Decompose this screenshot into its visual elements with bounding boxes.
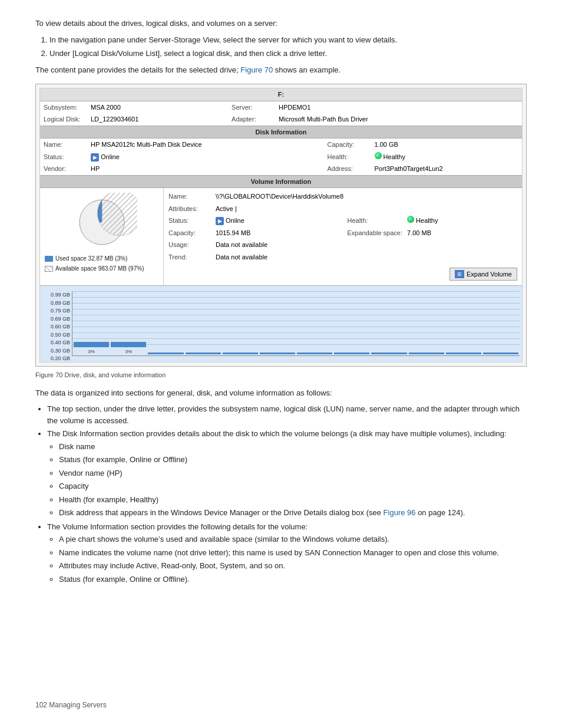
bullet-disk-info: The Disk Information section provides de… — [47, 428, 527, 519]
bar-column — [148, 301, 183, 355]
main-bullets: The top section, under the drive letter,… — [47, 403, 527, 585]
disk-health-label: Health: — [324, 151, 371, 163]
disk-info-table: Name: HP MSA2012fc Multi-Path Disk Devic… — [40, 139, 522, 175]
drive-header: F: — [40, 88, 522, 101]
subsystem-value: MSA 2000 — [87, 101, 228, 114]
y-axis-label: 0.99 GB — [51, 291, 70, 299]
disk-capacity-label: Capacity: — [324, 139, 371, 151]
bar-column — [409, 301, 444, 355]
vol-trend-label: Trend: — [166, 251, 213, 263]
vol-sub-item: Attributes may include Active, Read-only… — [59, 560, 527, 572]
volume-info-section: Used space 32.87 MB (3%) Available space… — [40, 188, 522, 285]
legend-avail-text: Available space 983.07 MB (97%) — [55, 264, 144, 273]
step-2: Under [Logical Disk/Volume List], select… — [49, 48, 527, 60]
disk-sub-item-link: Disk address that appears in the Windows… — [59, 507, 527, 519]
vol-name-value: \\?\GLOBALROOT\Device\HarddiskVolume8 — [213, 190, 520, 203]
disk-sub-list: Disk nameStatus (for example, Online or … — [59, 441, 527, 519]
disk-sub-item: Capacity — [59, 480, 527, 492]
bar — [446, 353, 481, 354]
bar-label: 3% — [88, 348, 95, 355]
vol-sub-item: A pie chart shows the volume’s used and … — [59, 533, 527, 545]
disk-sub-item: Status (for example, Online or Offline) — [59, 454, 527, 466]
bar-column: 3% — [111, 301, 146, 355]
bar — [111, 342, 146, 347]
bar — [371, 353, 406, 354]
disk-address-label: Address: — [324, 163, 371, 175]
y-axis-label: 0.89 GB — [51, 299, 70, 308]
vol-health-value: Healthy — [405, 215, 520, 227]
vol-expandable-value: 7.00 MB — [405, 227, 520, 239]
logical-disk-label: Logical Disk: — [40, 113, 87, 126]
figure-caption: Figure 70 Drive, disk, and volume inform… — [35, 370, 527, 380]
bar — [260, 353, 295, 354]
server-label: Server: — [228, 101, 275, 114]
disk-sub-item: Vendor name (HP) — [59, 467, 527, 479]
legend-used-box — [45, 256, 53, 262]
bar — [74, 342, 109, 347]
disk-name-value: HP MSA2012fc Multi-Path Disk Device — [87, 139, 324, 151]
vol-health-icon — [407, 216, 414, 223]
figure-caption-label: Figure 70 — [35, 371, 62, 378]
vol-health-label: Health: — [341, 215, 405, 227]
pie-chart — [67, 193, 137, 252]
disk-name-label: Name: — [40, 139, 87, 151]
figure-inner: F: Subsystem: MSA 2000 Server: HPDEMO1 L… — [39, 88, 523, 363]
pie-legend: Used space 32.87 MB (3%) Available space… — [45, 254, 158, 274]
bar-column — [297, 301, 332, 355]
figure70-link[interactable]: Figure 70 — [240, 65, 273, 74]
vol-status-icon: ▶ — [216, 217, 224, 225]
vol-expandable-label: Expandable space: — [341, 227, 405, 239]
expand-volume-button[interactable]: ⊞ Expand Volume — [449, 268, 517, 281]
vol-capacity-label: Capacity: — [166, 227, 213, 239]
subsystem-label: Subsystem: — [40, 101, 87, 114]
server-value: HPDEMO1 — [275, 101, 522, 114]
vol-sub-item: Status (for example, Online or Offline). — [59, 574, 527, 585]
bullet-top-section: The top section, under the drive letter,… — [47, 403, 527, 426]
vol-sub-list: A pie chart shows the volume’s used and … — [59, 533, 527, 585]
expand-icon: ⊞ — [455, 270, 464, 278]
bar-column — [186, 301, 221, 355]
volume-fields-table: Name: \\?\GLOBALROOT\Device\HarddiskVolu… — [166, 190, 520, 283]
bar — [297, 353, 332, 354]
legend-avail-box — [45, 266, 53, 272]
y-axis-label: 0.79 GB — [51, 307, 70, 315]
bar — [223, 353, 258, 354]
disk-status-value: ▶ Online — [87, 151, 324, 163]
vol-name-label: Name: — [166, 190, 213, 203]
bar-column — [334, 301, 369, 355]
expand-volume-label: Expand Volume — [467, 271, 512, 278]
chart-inner: 0.99 GB0.89 GB0.79 GB0.69 GB0.60 GB0.50 … — [42, 288, 520, 356]
figure-container: F: Subsystem: MSA 2000 Server: HPDEMO1 L… — [35, 84, 527, 367]
volume-right-panel: Name: \\?\GLOBALROOT\Device\HarddiskVolu… — [164, 188, 522, 285]
vol-attr-value: Active | — [213, 203, 520, 215]
disk-information-header: Disk Information — [40, 126, 522, 139]
bar — [186, 353, 221, 354]
disk-health-value: Healthy — [371, 151, 522, 163]
bar — [334, 353, 369, 354]
chart-y-axis: 0.99 GB0.89 GB0.79 GB0.69 GB0.60 GB0.50 … — [42, 291, 72, 356]
vol-capacity-value: 1015.94 MB — [213, 227, 341, 239]
y-axis-label: 0.20 GB — [51, 355, 70, 362]
chart-area: 0.99 GB0.89 GB0.79 GB0.69 GB0.60 GB0.50 … — [40, 285, 522, 362]
legend-avail: Available space 983.07 MB (97%) — [45, 264, 158, 273]
adapter-label: Adapter: — [228, 113, 275, 126]
volume-information-header: Volume Information — [40, 175, 522, 189]
y-axis-label: 0.50 GB — [51, 331, 70, 340]
steps-list: In the navigation pane under Server-Stor… — [49, 34, 527, 60]
disk-status-label: Status: — [40, 151, 87, 163]
content-pane-text: The content pane provides the details fo… — [35, 64, 527, 76]
bar — [409, 353, 444, 354]
volume-left-panel: Used space 32.87 MB (3%) Available space… — [40, 188, 164, 285]
bar-column: 3% — [74, 301, 109, 355]
bullet-volume-info: The Volume Information section provides … — [47, 521, 527, 585]
bar-column — [260, 301, 295, 355]
vol-usage-label: Usage: — [166, 239, 213, 251]
disk-sub-item: Health (for example, Healthy) — [59, 494, 527, 506]
bar-label: 3% — [125, 348, 132, 355]
vol-sub-item: Name indicates the volume name (not driv… — [59, 547, 527, 559]
figure96-link[interactable]: Figure 96 — [384, 508, 416, 517]
chart-bars: 3%3% — [72, 291, 520, 356]
vol-status-value: ▶ Online — [213, 215, 341, 227]
logical-disk-value: LD_1229034601 — [87, 113, 228, 126]
top-info-table: Subsystem: MSA 2000 Server: HPDEMO1 Logi… — [40, 101, 522, 126]
